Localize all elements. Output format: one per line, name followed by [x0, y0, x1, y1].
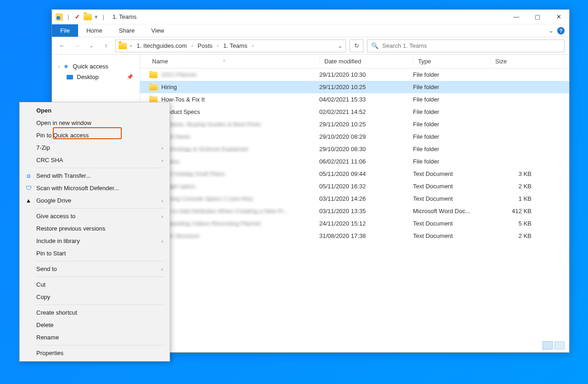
ctx-create-shortcut[interactable]: Create shortcut — [21, 306, 169, 319]
file-size: 2 KB — [490, 183, 531, 190]
file-row[interactable]: 2021 Planner29/11/2020 10:30File folder — [140, 68, 569, 81]
navbar: ← → ⌄ ↑ « 1. Itechguides.com › Posts › 1… — [52, 37, 569, 55]
file-row[interactable]: Product Specs02/02/2021 14:52File folder — [140, 106, 569, 118]
star-icon: ★ — [63, 63, 69, 70]
view-icons-button[interactable] — [554, 341, 565, 350]
crumb-root-sep: « — [130, 43, 132, 48]
col-date[interactable]: Date modified — [319, 58, 413, 65]
file-row[interactable]: How-Tos & Fix It04/02/2021 15:33File fol… — [140, 93, 569, 106]
file-name: Reviews, Buying Guides & Best Picks — [161, 121, 261, 128]
qat-check-icon[interactable]: ✓ — [74, 13, 81, 21]
file-date: 29/10/2020 08:29 — [319, 133, 413, 140]
file-row[interactable]: Tech News29/10/2020 08:29File folder — [140, 130, 569, 143]
file-row[interactable]: Gaming Console Specs 2 (see this)03/11/2… — [140, 192, 569, 205]
breadcrumb-1[interactable]: Posts — [196, 41, 215, 50]
ctx-delete[interactable]: Delete — [21, 319, 169, 331]
column-headers: Name^ Date modified Type Size — [140, 55, 569, 68]
file-row[interactable]: Budget specs05/11/2020 16:32Text Documen… — [140, 180, 569, 192]
ctx-sep — [36, 261, 165, 261]
ctx-cut[interactable]: Cut — [21, 278, 169, 291]
file-size: 2 KB — [490, 232, 531, 239]
file-name: Onboarding Videos Recording Planner — [159, 220, 261, 227]
file-type: Text Document — [413, 232, 490, 239]
maximize-button[interactable]: ▢ — [527, 10, 548, 24]
ctx-rename[interactable]: Rename — [21, 331, 169, 344]
titlebar-sep: | — [68, 13, 69, 20]
file-row[interactable]: Reviews, Buying Guides & Best Picks29/11… — [140, 118, 569, 130]
ctx-crc-sha[interactable]: CRC SHA› — [21, 154, 169, 166]
qat-folder-icon[interactable] — [84, 14, 92, 20]
nav-up[interactable]: ↑ — [101, 40, 112, 51]
file-size: 1 KB — [490, 195, 531, 202]
file-row[interactable]: 2020 Holiday Draft Plans05/11/2020 09:44… — [140, 168, 569, 180]
tab-share[interactable]: Share — [111, 24, 143, 37]
file-row[interactable]: How to Add Attributes When Creating a Ne… — [140, 205, 569, 217]
minimize-button[interactable]: — — [506, 10, 527, 24]
ctx-gdrive[interactable]: ▲ Google Drive› — [21, 194, 169, 207]
breadcrumb-0[interactable]: 1. Itechguides.com — [135, 41, 189, 50]
window-controls: — ▢ ✕ — [506, 10, 569, 24]
sidebar-quick-access[interactable]: › ★ Quick access — [52, 61, 140, 72]
file-name: How to Add Attributes When Creating a Ne… — [159, 208, 288, 215]
view-details-button[interactable] — [543, 341, 553, 350]
breadcrumb-2[interactable]: 1. Teams — [221, 41, 249, 50]
col-size[interactable]: Size — [490, 58, 539, 65]
titlebar-left: | ✓ ▾ | 1. Teams — [52, 13, 136, 21]
qat-dropdown[interactable]: ▾ — [95, 13, 98, 20]
address-dropdown[interactable]: ⌄ — [338, 42, 343, 49]
file-date: 03/11/2020 14:26 — [319, 195, 413, 202]
file-type: File folder — [413, 146, 490, 152]
help-icon[interactable]: ? — [557, 27, 565, 34]
file-date: 29/10/2020 08:30 — [319, 146, 413, 152]
nav-back[interactable]: ← — [57, 40, 68, 51]
file-type: File folder — [413, 121, 490, 128]
file-size: 5 KB — [490, 220, 531, 227]
file-type: File folder — [413, 158, 490, 165]
file-row[interactable]: Team Structure31/08/2020 17:38Text Docum… — [140, 230, 569, 242]
nav-forward[interactable]: → — [71, 40, 82, 51]
file-row[interactable]: Technology & Science Explained29/10/2020… — [140, 143, 569, 155]
ctx-7zip[interactable]: 7-Zip› — [21, 141, 169, 154]
sidebar-desktop[interactable]: Desktop 📌 — [52, 72, 140, 82]
shield-icon: 🛡 — [24, 184, 33, 192]
ctx-open-new-window[interactable]: Open in new window — [21, 117, 169, 129]
refresh-button[interactable]: ↻ — [350, 40, 363, 52]
pin-icon: 📌 — [127, 74, 133, 80]
ctx-restore[interactable]: Restore previous versions — [21, 222, 169, 235]
file-row[interactable]: Videos06/02/2021 11:06File folder — [140, 155, 569, 168]
file-type: File folder — [413, 133, 490, 140]
ctx-send-transfer[interactable]: ⧈ Send with Transfer... — [21, 169, 169, 182]
col-name[interactable]: Name^ — [149, 58, 319, 65]
nav-history-dropdown[interactable]: ⌄ — [86, 40, 97, 51]
file-date: 29/11/2020 10:30 — [319, 71, 413, 78]
file-row[interactable]: Onboarding Videos Recording Planner24/11… — [140, 217, 569, 230]
tab-home[interactable]: Home — [78, 24, 111, 37]
ctx-properties[interactable]: Properties — [21, 347, 169, 359]
ctx-sep — [36, 305, 165, 305]
ctx-open[interactable]: Open — [21, 104, 169, 117]
tab-view[interactable]: View — [143, 24, 172, 37]
titlebar: | ✓ ▾ | 1. Teams — ▢ ✕ — [52, 10, 569, 24]
file-rows: 2021 Planner29/11/2020 10:30File folderH… — [140, 68, 569, 352]
ctx-include-library[interactable]: Include in library› — [21, 235, 169, 247]
file-icon — [149, 72, 158, 78]
file-date: 05/11/2020 16:32 — [319, 183, 413, 190]
col-type[interactable]: Type — [413, 58, 490, 65]
ctx-give-access[interactable]: Give access to› — [21, 210, 169, 222]
close-button[interactable]: ✕ — [548, 10, 569, 24]
explorer-icon — [56, 13, 63, 21]
file-date: 06/02/2021 11:06 — [319, 158, 413, 165]
file-date: 31/08/2020 17:38 — [319, 232, 413, 239]
ctx-send-to[interactable]: Send to› — [21, 263, 169, 275]
search-box[interactable]: 🔍 Search 1. Teams — [367, 40, 565, 52]
ctx-copy[interactable]: Copy — [21, 291, 169, 303]
tab-file[interactable]: File — [52, 24, 78, 37]
ctx-defender[interactable]: 🛡 Scan with Microsoft Defender... — [21, 182, 169, 194]
ctx-pin-start[interactable]: Pin to Start — [21, 247, 169, 260]
address-bar[interactable]: « 1. Itechguides.com › Posts › 1. Teams … — [115, 40, 346, 52]
view-mode-buttons — [543, 341, 565, 350]
ribbon-collapse[interactable]: ⌄ — [548, 27, 554, 34]
file-date: 29/11/2020 10:25 — [319, 84, 413, 90]
ctx-pin-quick-access[interactable]: Pin to Quick access — [21, 129, 169, 141]
file-row[interactable]: Hiring29/11/2020 10:25File folder — [140, 81, 569, 93]
